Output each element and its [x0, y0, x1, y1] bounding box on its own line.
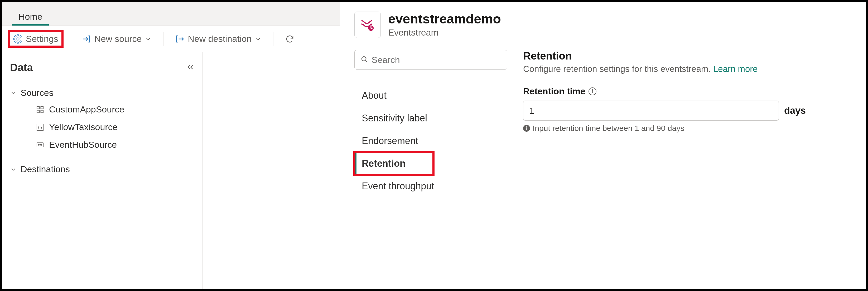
left-pane: Home Settings New source [2, 2, 340, 289]
settings-pane: eventstreamdemo Eventstream About Sensit… [340, 2, 866, 289]
settings-nav: About Sensitivity label Endorsement Rete… [354, 50, 507, 284]
canvas-area [203, 52, 340, 289]
source-item-yellowtaxisource[interactable]: YellowTaxisource [10, 118, 194, 136]
retention-time-label-text: Retention time [523, 86, 585, 97]
new-source-label: New source [94, 34, 142, 44]
gear-icon [13, 34, 23, 44]
retention-time-input[interactable] [523, 101, 779, 121]
settings-button[interactable]: Settings [9, 31, 62, 47]
nav-item-retention[interactable]: Retention [354, 152, 433, 175]
chevron-down-icon [10, 166, 17, 173]
refresh-icon [285, 34, 294, 44]
retention-section-title: Retention [523, 50, 851, 62]
settings-content: Retention Configure retention settings f… [523, 50, 851, 284]
settings-header: eventstreamdemo Eventstream [354, 11, 851, 38]
ribbon-tabs: Home [2, 2, 340, 26]
svg-point-8 [39, 144, 40, 145]
toolbar-separator [163, 32, 163, 46]
info-icon[interactable]: i [589, 87, 596, 95]
data-panel-title: Data [10, 62, 33, 73]
svg-point-0 [17, 38, 19, 40]
eventstream-icon [354, 11, 381, 38]
source-item-eventhubsource[interactable]: EventHubSource [10, 136, 194, 153]
import-arrow-icon [82, 34, 91, 44]
chevron-down-icon [255, 36, 261, 42]
search-input[interactable] [372, 55, 501, 65]
retention-time-label: Retention time i [523, 86, 851, 97]
data-header: Data [10, 62, 194, 73]
svg-rect-3 [37, 110, 39, 112]
svg-point-9 [41, 144, 42, 145]
nav-item-endorsement[interactable]: Endorsement [354, 130, 507, 152]
event-hub-icon [36, 141, 44, 149]
source-label: YellowTaxisource [49, 122, 118, 132]
chevron-down-icon [10, 89, 17, 97]
source-item-customappsource[interactable]: CustomAppSource [10, 101, 194, 118]
sources-label: Sources [21, 88, 54, 98]
settings-body: About Sensitivity label Endorsement Rete… [354, 50, 851, 284]
export-arrow-icon [175, 34, 185, 44]
info-solid-icon: i [523, 125, 530, 132]
nav-item-sensitivity-label[interactable]: Sensitivity label [354, 107, 507, 130]
entity-title: eventstreamdemo [388, 12, 501, 26]
content-row: Data Sources [2, 52, 340, 289]
nav-item-event-throughput[interactable]: Event throughput [354, 175, 507, 197]
retention-section-desc: Configure retention settings for this ev… [523, 64, 851, 74]
new-source-button[interactable]: New source [78, 31, 156, 47]
source-label: EventHubSource [49, 140, 117, 150]
toolbar-separator [70, 32, 70, 46]
new-destination-button[interactable]: New destination [171, 31, 266, 47]
search-icon [361, 55, 368, 64]
source-label: CustomAppSource [49, 104, 124, 115]
data-panel: Data Sources [2, 52, 203, 289]
settings-button-label: Settings [26, 34, 58, 44]
svg-rect-4 [41, 110, 43, 112]
sources-section-header[interactable]: Sources [10, 85, 194, 101]
ribbon-tab-home[interactable]: Home [12, 8, 49, 26]
retention-time-unit: days [784, 105, 806, 116]
entity-type-label: Eventstream [388, 27, 501, 38]
svg-rect-1 [37, 106, 39, 109]
retention-time-hint: i Input retention time between 1 and 90 … [523, 124, 851, 133]
bar-chart-icon [36, 123, 44, 132]
learn-more-link[interactable]: Learn more [713, 64, 758, 74]
svg-point-11 [362, 57, 366, 61]
app-grid-icon [36, 105, 44, 114]
toolbar: Settings New source [2, 26, 340, 52]
svg-rect-2 [41, 106, 43, 109]
retention-desc-text: Configure retention settings for this ev… [523, 64, 711, 74]
retention-time-field-row: days [523, 101, 851, 121]
collapse-panel-icon[interactable] [186, 63, 194, 72]
new-destination-label: New destination [188, 34, 252, 44]
chevron-down-icon [145, 36, 152, 42]
svg-point-7 [38, 144, 39, 145]
retention-time-hint-text: Input retention time between 1 and 90 da… [533, 124, 684, 133]
destinations-section-header[interactable]: Destinations [10, 161, 194, 177]
refresh-button[interactable] [281, 32, 294, 46]
nav-item-about[interactable]: About [354, 84, 507, 107]
settings-search[interactable] [354, 50, 507, 70]
destinations-label: Destinations [21, 164, 70, 174]
